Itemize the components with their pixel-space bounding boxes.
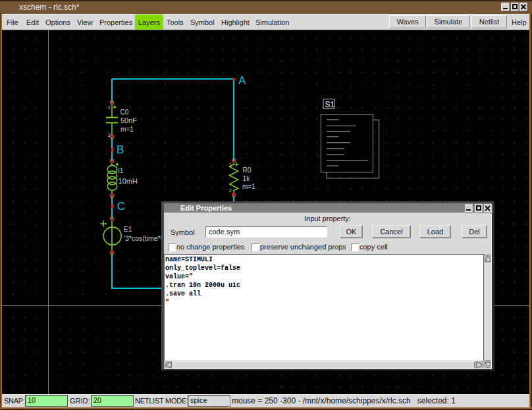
svg-text:l1: l1 <box>119 167 124 174</box>
svg-text:R0: R0 <box>243 167 252 174</box>
svg-text:1: 1 <box>108 105 111 111</box>
svg-text:2: 2 <box>229 188 232 193</box>
svg-text:B: B <box>117 143 124 156</box>
svg-text:1: 1 <box>229 162 232 168</box>
svg-text:C0: C0 <box>120 109 129 116</box>
svg-text:E1: E1 <box>124 226 132 233</box>
svg-text:S1: S1 <box>325 100 335 109</box>
svg-text:m=1: m=1 <box>120 126 134 133</box>
svg-text:50nF: 50nF <box>120 116 137 124</box>
svg-text:C: C <box>117 200 125 213</box>
svg-text:A: A <box>238 74 246 87</box>
svg-text:1k: 1k <box>243 174 251 182</box>
svg-text:10mH: 10mH <box>119 177 138 185</box>
svg-text:m=1: m=1 <box>242 183 255 190</box>
svg-text:2: 2 <box>108 132 111 138</box>
